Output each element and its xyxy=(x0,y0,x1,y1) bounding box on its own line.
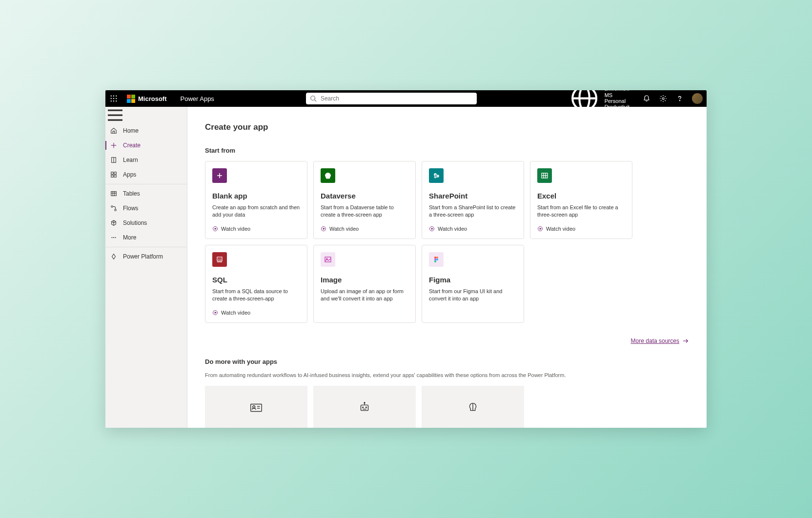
start-card-image[interactable]: ImageUpload an image of an app or form a… xyxy=(313,245,416,323)
svg-marker-58 xyxy=(215,312,216,314)
book-icon xyxy=(110,157,117,163)
svg-point-34 xyxy=(113,237,114,238)
profile-card-icon xyxy=(249,400,264,415)
svg-rect-24 xyxy=(114,172,116,174)
svg-marker-47 xyxy=(431,228,433,230)
sidebar-item-tables[interactable]: Tables xyxy=(105,186,187,201)
brand-text: Microsoft xyxy=(138,95,167,102)
settings-button[interactable] xyxy=(656,90,670,107)
svg-rect-23 xyxy=(111,172,113,174)
brain-icon xyxy=(466,400,480,415)
help-button[interactable] xyxy=(672,90,687,107)
sidebar-item-label: Power Platform xyxy=(123,253,163,260)
play-icon xyxy=(321,226,326,232)
more-data-sources-link[interactable]: More data sources xyxy=(631,338,689,344)
do-more-desc: From automating redundant workflows to A… xyxy=(205,372,689,378)
svg-point-32 xyxy=(115,209,117,211)
user-avatar[interactable] xyxy=(692,93,703,104)
svg-marker-41 xyxy=(323,228,325,230)
card-title: Figma xyxy=(429,276,517,284)
notifications-button[interactable] xyxy=(639,90,654,107)
sidebar-item-flows[interactable]: Flows xyxy=(105,201,187,216)
card-description: Start from our Figma UI kit and convert … xyxy=(429,288,517,311)
plus-icon xyxy=(212,168,227,183)
do-more-card-profile[interactable] xyxy=(205,386,307,428)
start-from-label: Start from xyxy=(205,147,689,154)
sidebar-item-more[interactable]: More xyxy=(105,230,187,245)
play-icon xyxy=(537,226,543,232)
app-launcher-button[interactable] xyxy=(105,90,122,107)
svg-point-3 xyxy=(111,98,112,99)
dataverse-icon xyxy=(321,168,335,183)
start-card-sql[interactable]: SQLSQLStart from a SQL data source to cr… xyxy=(205,245,307,323)
svg-point-75 xyxy=(365,407,366,408)
svg-point-1 xyxy=(113,96,114,97)
svg-point-64 xyxy=(436,259,438,260)
svg-point-6 xyxy=(111,100,112,101)
svg-point-8 xyxy=(116,100,117,101)
do-more-title: Do more with your apps xyxy=(205,358,689,365)
svg-rect-67 xyxy=(251,404,262,412)
sharepoint-icon: S xyxy=(429,168,444,183)
hamburger-icon xyxy=(105,107,125,125)
app-window: Microsoft Power Apps Environment MS Pers… xyxy=(105,90,707,428)
watch-video-link[interactable]: Watch video xyxy=(537,226,625,232)
sidebar-item-label: Apps xyxy=(123,171,136,178)
svg-point-33 xyxy=(111,237,112,238)
svg-rect-26 xyxy=(114,175,116,177)
watch-video-link[interactable]: Watch video xyxy=(429,226,517,232)
card-title: SharePoint xyxy=(429,192,517,200)
svg-point-9 xyxy=(311,96,315,100)
page-title: Create your app xyxy=(205,122,689,132)
search-input[interactable] xyxy=(317,95,473,102)
svg-rect-27 xyxy=(111,192,117,196)
card-description: Start from a Dataverse table to create a… xyxy=(321,204,408,221)
card-description: Upload an image of an app or form and we… xyxy=(321,288,408,311)
bell-icon xyxy=(643,95,650,102)
do-more-grid xyxy=(205,386,689,428)
watch-video-link[interactable]: Watch video xyxy=(321,226,408,232)
watch-video-text: Watch video xyxy=(221,226,250,232)
bot-icon xyxy=(357,400,372,415)
svg-point-7 xyxy=(113,100,114,101)
svg-point-73 xyxy=(364,402,365,403)
sidebar-item-label: Flows xyxy=(123,205,138,212)
start-card-excel[interactable]: ExcelStart from an Excel file to create … xyxy=(530,161,632,239)
sidebar-item-learn[interactable]: Learn xyxy=(105,153,187,167)
sidebar-item-create[interactable]: Create xyxy=(105,138,187,153)
watch-video-link[interactable]: Watch video xyxy=(212,226,300,232)
sql-icon: SQL xyxy=(212,252,227,267)
svg-point-4 xyxy=(113,98,114,99)
sidebar-item-power-platform[interactable]: Power Platform xyxy=(105,249,187,264)
search-icon xyxy=(310,95,317,102)
do-more-card-bot[interactable] xyxy=(313,386,416,428)
sidebar-toggle[interactable] xyxy=(105,107,125,123)
play-icon xyxy=(429,226,435,232)
start-card-sharepoint[interactable]: SSharePointStart from a SharePoint list … xyxy=(422,161,524,239)
flow-icon xyxy=(110,205,117,212)
start-card-dataverse[interactable]: DataverseStart from a Dataverse table to… xyxy=(313,161,416,239)
sidebar-item-solutions[interactable]: Solutions xyxy=(105,216,187,230)
sidebar-item-home[interactable]: Home xyxy=(105,123,187,138)
svg-marker-39 xyxy=(215,228,216,230)
svg-point-2 xyxy=(116,96,117,97)
sidebar: HomeCreateLearnAppsTablesFlowsSolutionsM… xyxy=(105,107,187,428)
watch-video-text: Watch video xyxy=(546,226,575,232)
start-card-figma[interactable]: FigmaStart from our Figma UI kit and con… xyxy=(422,245,524,323)
watch-video-link[interactable]: Watch video xyxy=(212,310,300,316)
table-icon xyxy=(110,190,117,197)
card-title: Image xyxy=(321,276,408,284)
plus-icon xyxy=(110,142,117,149)
search-box[interactable] xyxy=(306,93,477,104)
apps-icon xyxy=(110,171,117,178)
more-icon xyxy=(110,234,117,241)
watch-video-text: Watch video xyxy=(438,226,467,232)
svg-point-61 xyxy=(434,257,436,259)
topbar: Microsoft Power Apps Environment MS Pers… xyxy=(105,90,707,107)
do-more-card-ai[interactable] xyxy=(422,386,524,428)
start-card-blank-app[interactable]: Blank appCreate an app from scratch and … xyxy=(205,161,307,239)
svg-text:SQL: SQL xyxy=(218,258,223,260)
figma-icon xyxy=(429,252,444,267)
card-description: Start from a SharePoint list to create a… xyxy=(429,204,517,221)
sidebar-item-apps[interactable]: Apps xyxy=(105,167,187,182)
